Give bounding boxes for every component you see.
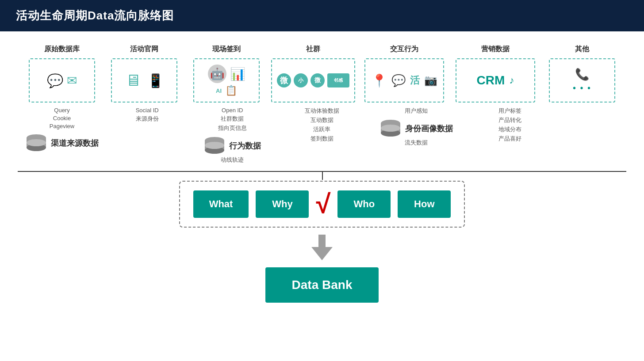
source-xianchang: 现场签到 🤖 📊 AI 📋 (187, 45, 266, 103)
label-qiandao: 签到数据 (310, 135, 334, 143)
arrow-shaft (318, 235, 326, 247)
labels-col-7 (560, 107, 622, 164)
source-box-shequn: 微 小 微 邻感 (271, 58, 355, 103)
db-icon-1 (25, 134, 47, 152)
dots-icon: • • • (573, 83, 591, 93)
clipboard-icon: 📋 (225, 85, 237, 96)
label-xihao: 产品喜好 (498, 135, 521, 143)
source-box-yuanshi: 💬 ✉ (29, 58, 95, 103)
analysis-dashed-box: What Why √ Who How (179, 181, 465, 228)
nexrsen-icon: 邻感 (327, 73, 349, 87)
label-openid: Open ID (222, 107, 243, 114)
source-jiaohu: 交互行为 📍 💬 活 📷 (360, 45, 448, 103)
label-socialid: Social ID (136, 107, 159, 114)
chat2-icon: 💬 (391, 74, 406, 87)
svg-point-3 (27, 139, 46, 146)
label-zhixiang: 指向页信息 (218, 124, 247, 132)
arrow-head (311, 247, 333, 260)
label-biaoqian: 用户标签 (498, 107, 521, 115)
location-icon: 📍 (372, 73, 387, 88)
labels-col-6: 用户标签 产品转化 地域分布 产品喜好 (466, 107, 554, 164)
source-label-xianchang: 现场签到 (212, 45, 241, 54)
main-content: 原始数据库 💬 ✉ 活动官网 🖥 📱 现场签到 🤖 📊 (0, 31, 644, 312)
source-box-yingxiao: CRM ♪ (456, 58, 535, 103)
svg-point-11 (381, 125, 400, 132)
label-laiyuan: 来源身份 (136, 115, 159, 123)
bar-chart-icon: 📊 (230, 67, 245, 81)
label-query: Query (54, 107, 69, 114)
labels-col-3: Open ID 社群数据 指向页信息 行为数据 动线轨迹 (192, 107, 272, 164)
label-liushi: 流失数据 (405, 139, 428, 147)
crm-icon: CRM (477, 73, 505, 87)
arrow-down-group (311, 235, 333, 260)
label-shequndata: 社群数据 (221, 115, 244, 123)
source-yingxiao: 营销数据 CRM ♪ (451, 45, 540, 103)
sources-row: 原始数据库 💬 ✉ 活动官网 🖥 📱 现场签到 🤖 📊 (18, 45, 626, 103)
chat-icon: 💬 (47, 73, 63, 88)
source-label-shequn: 社群 (306, 45, 320, 54)
why-button[interactable]: Why (256, 190, 309, 218)
email-icon: ✉ (67, 73, 77, 88)
source-box-jiaohu: 📍 💬 活 📷 (364, 58, 444, 103)
data-bank-box: Data Bank (265, 267, 379, 303)
db-icon-5 (380, 120, 402, 137)
labels-col-1: Query Cookie Pageview 渠道来源数据 (22, 107, 102, 164)
label-dongxian: 动线轨迹 (221, 156, 244, 164)
miniprogram-icon: 小 (294, 73, 308, 87)
label-hudong2: 互动数据 (310, 116, 334, 124)
label-pageview: Pageview (50, 123, 74, 129)
vertical-tick (322, 171, 323, 180)
source-box-qita: 📞 • • • (549, 58, 615, 103)
label-huoyuelv: 活跃率 (313, 125, 330, 133)
db-icon-3 (203, 137, 226, 155)
monitor-icon: 🖥 (125, 71, 141, 90)
source-label-huodong: 活动官网 (130, 45, 158, 54)
analysis-section: What Why √ Who How Data Bank (18, 181, 626, 303)
labels-col-2: Social ID 来源身份 (107, 107, 187, 164)
db-label-5: 身份画像数据 (405, 123, 453, 134)
who-button[interactable]: Who (337, 190, 391, 218)
source-box-huodong: 🖥 📱 (111, 58, 177, 103)
page-header: 活动生命周期Data流向脉络图 (0, 0, 644, 31)
what-button[interactable]: What (193, 190, 249, 218)
db-label-1: 渠道来源数据 (51, 138, 99, 148)
source-huodong: 活动官网 🖥 📱 (104, 45, 184, 103)
source-label-yingxiao: 营销数据 (481, 45, 510, 54)
source-box-xianchang: 🤖 📊 AI 📋 (193, 58, 260, 103)
label-zhuanhua: 产品转化 (498, 116, 521, 124)
activity-icon: 活 (410, 74, 420, 87)
data-labels-area: Query Cookie Pageview 渠道来源数据 Social ID 来… (18, 103, 626, 164)
weibo-icon: 微 (310, 73, 325, 87)
phone-icon: 📱 (147, 73, 164, 88)
source-label-jiaohu: 交互行为 (390, 45, 418, 54)
label-cookie: Cookie (53, 115, 71, 122)
tiktok-icon: ♪ (509, 75, 514, 86)
phone2-icon: 📞 (575, 68, 589, 81)
source-qita: 其他 📞 • • • (542, 45, 622, 103)
source-shequn: 社群 微 小 微 邻感 (269, 45, 357, 103)
wechat-icon: 微 (277, 73, 291, 87)
sqrt-symbol: √ (316, 191, 330, 217)
label-diyu: 地域分布 (498, 125, 521, 133)
source-yuanshi: 原始数据库 💬 ✉ (22, 45, 102, 103)
page-title: 活动生命周期Data流向脉络图 (16, 9, 174, 22)
divider-area (18, 171, 626, 172)
labels-col-5: 用户感知 身份画像数据 流失数据 (372, 107, 460, 164)
svg-point-7 (205, 142, 224, 149)
labels-col-4: 互动体验数据 互动数据 活跃率 签到数据 (278, 107, 366, 164)
source-label-qita: 其他 (575, 45, 589, 54)
scan-icon: 📷 (424, 74, 437, 87)
label-hudong: 互动体验数据 (305, 107, 339, 115)
how-button[interactable]: How (398, 190, 451, 218)
source-label-yuanshi: 原始数据库 (44, 45, 80, 54)
label-yonghu-ganzhi: 用户感知 (405, 107, 428, 115)
db-label-3: 行为数据 (229, 141, 261, 151)
